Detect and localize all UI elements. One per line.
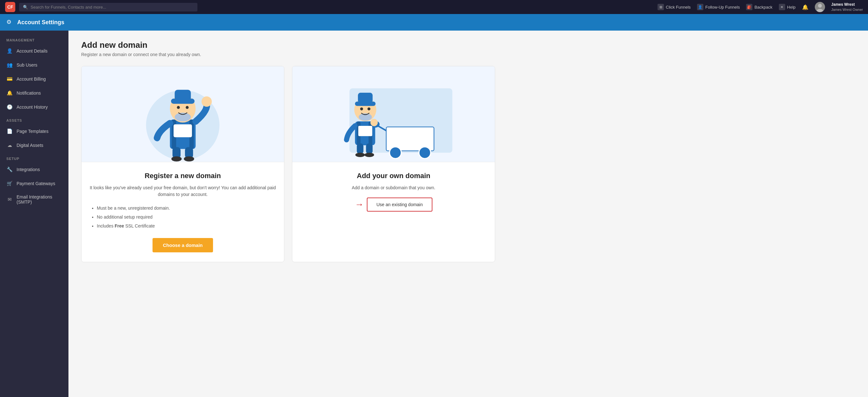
svg-point-22 <box>390 147 401 159</box>
bell-nav-icon: 🔔 <box>6 90 13 96</box>
list-item: Includes Free SSL Certificate <box>97 222 276 230</box>
nav-actions: ⊞ Click Funnels 👤 Follow-Up Funnels 🎒 Ba… <box>657 2 863 12</box>
card2-body: Add your own domain Add a domain or subd… <box>292 162 495 262</box>
top-nav: CF 🔍 ⊞ Click Funnels 👤 Follow-Up Funnels… <box>0 0 868 14</box>
person-icon: 👤 <box>6 48 13 54</box>
layout: Management 👤 Account Details 👥 Sub Users… <box>0 31 868 397</box>
card1-desc: It looks like you've already used your f… <box>89 185 276 198</box>
sidebar-item-email-integrations[interactable]: ✉ Email Integrations (SMTP) <box>0 191 68 208</box>
sidebar-item-notifications[interactable]: 🔔 Notifications <box>0 86 68 100</box>
history-icon: 🕐 <box>6 104 13 110</box>
svg-point-32 <box>360 107 363 110</box>
email-icon: ✉ <box>6 196 13 203</box>
list-item: Must be a new, unregistered domain. <box>97 204 276 212</box>
click-funnels-nav[interactable]: ⊞ Click Funnels <box>657 4 691 10</box>
card2-action: → Use an existing domain <box>300 198 487 211</box>
svg-point-18 <box>184 157 194 162</box>
app-header: ⚙ Account Settings <box>0 14 868 31</box>
sidebar-item-digital-assets[interactable]: ☁ Digital Assets <box>0 138 68 152</box>
cart-icon: 🛒 <box>6 180 13 187</box>
cloud-icon: ☁ <box>6 142 13 148</box>
use-existing-domain-button[interactable]: Use an existing domain <box>367 198 432 211</box>
own-illustration <box>292 66 495 162</box>
page-subtitle: Register a new domain or connect one tha… <box>81 52 855 57</box>
card1-title: Register a new domain <box>89 172 276 180</box>
svg-point-33 <box>368 107 370 110</box>
sidebar: Management 👤 Account Details 👥 Sub Users… <box>0 31 68 397</box>
svg-point-17 <box>171 157 182 162</box>
wrench-icon: 🔧 <box>6 166 13 173</box>
sidebar-item-integrations[interactable]: 🔧 Integrations <box>0 163 68 176</box>
list-item: No additional setup required <box>97 212 276 222</box>
search-input[interactable] <box>31 5 194 9</box>
svg-point-12 <box>177 106 180 109</box>
assets-label: Assets <box>0 114 68 124</box>
page-icon: 📄 <box>6 128 13 135</box>
search-icon: 🔍 <box>23 5 28 9</box>
main-content: Add new domain Register a new domain or … <box>68 31 868 397</box>
svg-point-11 <box>175 112 191 121</box>
sidebar-item-payment-gateways[interactable]: 🛒 Payment Gateways <box>0 176 68 191</box>
logo[interactable]: CF <box>5 2 15 12</box>
sidebar-item-account-history[interactable]: 🕐 Account History <box>0 100 68 114</box>
sidebar-item-sub-users[interactable]: 👥 Sub Users <box>0 58 68 72</box>
card2-desc: Add a domain or subdomain that you own. <box>300 185 487 191</box>
svg-rect-36 <box>366 143 373 153</box>
card1-body: Register a new domain It looks like you'… <box>82 162 284 262</box>
svg-rect-27 <box>358 126 372 136</box>
sidebar-item-account-billing[interactable]: 💳 Account Billing <box>0 72 68 86</box>
sidebar-item-page-templates[interactable]: 📄 Page Templates <box>0 124 68 138</box>
svg-point-34 <box>370 119 378 126</box>
domain-cards-grid: Register a new domain It looks like you'… <box>81 66 495 262</box>
backpack-nav[interactable]: 🎒 Backpack <box>746 4 772 10</box>
svg-point-1 <box>818 4 822 8</box>
settings-icon: ⚙ <box>6 19 14 26</box>
choose-domain-button[interactable]: Choose a domain <box>153 238 213 252</box>
svg-rect-10 <box>175 90 191 101</box>
follow-up-funnels-nav[interactable]: 👤 Follow-Up Funnels <box>697 4 740 10</box>
svg-point-14 <box>202 96 212 107</box>
page-title: Add new domain <box>81 40 855 50</box>
card1-action: Choose a domain <box>89 238 276 252</box>
search-container: 🔍 <box>19 3 197 11</box>
bag-icon: 🎒 <box>746 4 752 10</box>
red-arrow-icon: → <box>355 200 364 209</box>
own-domain-card: Add your own domain Add a domain or subd… <box>292 66 495 262</box>
svg-point-23 <box>419 147 431 159</box>
setup-label: Setup <box>0 152 68 163</box>
app-header-title: Account Settings <box>17 19 64 26</box>
notifications-bell-icon[interactable]: 🔔 <box>802 4 808 10</box>
billing-icon: 💳 <box>6 76 13 82</box>
grid-icon: ⊞ <box>657 4 664 10</box>
user-info: James Wrest James Wrest Owner <box>831 2 863 12</box>
avatar[interactable] <box>815 2 825 12</box>
question-icon: ✕ <box>779 4 785 10</box>
svg-point-13 <box>186 106 188 109</box>
svg-rect-35 <box>357 143 364 153</box>
management-label: Management <box>0 34 68 44</box>
card1-list: Must be a new, unregistered domain. No a… <box>89 204 276 230</box>
svg-rect-30 <box>358 93 373 103</box>
svg-point-37 <box>355 152 365 157</box>
sidebar-item-account-details[interactable]: 👤 Account Details <box>0 44 68 58</box>
card2-title: Add your own domain <box>300 172 487 180</box>
svg-point-38 <box>365 152 374 157</box>
help-nav[interactable]: ✕ Help <box>779 4 796 10</box>
users-icon: 👤 <box>697 4 703 10</box>
svg-rect-7 <box>174 124 192 137</box>
group-icon: 👥 <box>6 62 13 68</box>
register-illustration <box>82 66 284 162</box>
register-domain-card: Register a new domain It looks like you'… <box>81 66 284 262</box>
